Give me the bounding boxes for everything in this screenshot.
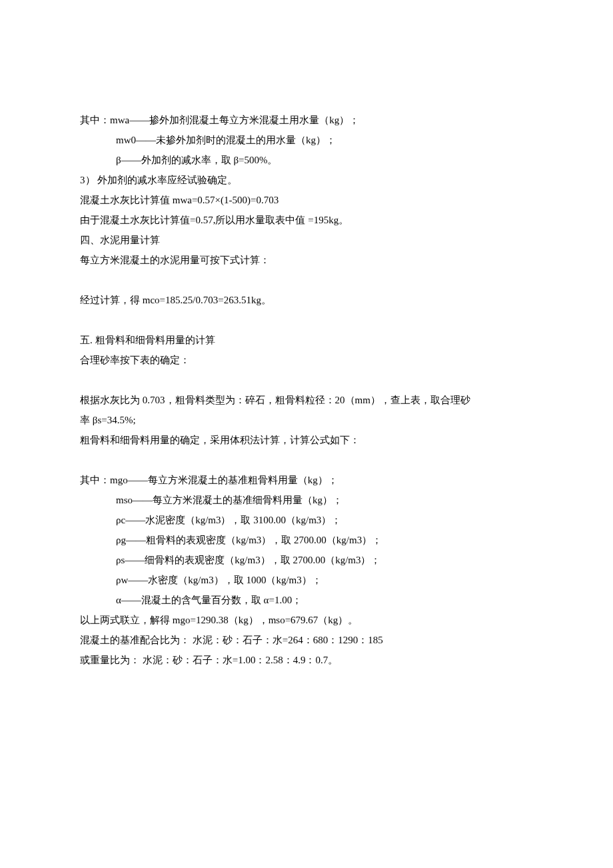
text-line: 粗骨料和细骨料用量的确定，采用体积法计算，计算公式如下： bbox=[80, 430, 533, 450]
section-heading: 四、水泥用量计算 bbox=[80, 230, 533, 250]
text-line: 合理砂率按下表的确定： bbox=[80, 350, 533, 370]
blank-line bbox=[80, 450, 533, 470]
text-line: ρc——水泥密度（kg/m3），取 3100.00（kg/m3）； bbox=[80, 510, 533, 530]
blank-line bbox=[80, 270, 533, 290]
blank-line bbox=[80, 310, 533, 330]
text-line: 混凝土的基准配合比为： 水泥：砂：石子：水=264：680：1290：185 bbox=[80, 630, 533, 650]
text-line: ρw——水密度（kg/m3），取 1000（kg/m3）； bbox=[80, 570, 533, 590]
text-line: ρg——粗骨料的表观密度（kg/m3），取 2700.00（kg/m3）； bbox=[80, 530, 533, 550]
text-line: mw0——未掺外加剂时的混凝土的用水量（kg）； bbox=[80, 130, 533, 150]
text-line: ρs——细骨料的表观密度（kg/m3），取 2700.00（kg/m3）； bbox=[80, 550, 533, 570]
text-line: 每立方米混凝土的水泥用量可按下式计算： bbox=[80, 250, 533, 270]
text-line: 根据水灰比为 0.703，粗骨料类型为：碎石，粗骨料粒径：20（mm），查上表，… bbox=[80, 390, 533, 410]
text-line: 率 βs=34.5%; bbox=[80, 410, 533, 430]
text-line: 3） 外加剂的减水率应经试验确定。 bbox=[80, 170, 533, 190]
text-line: mso——每立方米混凝土的基准细骨料用量（kg）； bbox=[80, 490, 533, 510]
text-line: 经过计算，得 mco=185.25/0.703=263.51kg。 bbox=[80, 290, 533, 310]
text-line: 或重量比为： 水泥：砂：石子：水=1.00：2.58：4.9：0.7。 bbox=[80, 650, 533, 670]
text-line: β——外加剂的减水率，取 β=500%。 bbox=[80, 150, 533, 170]
section-heading: 五. 粗骨料和细骨料用量的计算 bbox=[80, 330, 533, 350]
blank-line bbox=[80, 370, 533, 390]
text-line: 混凝土水灰比计算值 mwa=0.57×(1-500)=0.703 bbox=[80, 190, 533, 210]
text-line: 其中：mwa——掺外加剂混凝土每立方米混凝土用水量（kg）； bbox=[80, 110, 533, 130]
text-line: 其中：mgo——每立方米混凝土的基准粗骨料用量（kg）； bbox=[80, 470, 533, 490]
text-line: α——混凝土的含气量百分数，取 α=1.00； bbox=[80, 590, 533, 610]
text-line: 由于混凝土水灰比计算值=0.57,所以用水量取表中值 =195kg。 bbox=[80, 210, 533, 230]
text-line: 以上两式联立，解得 mgo=1290.38（kg），mso=679.67（kg）… bbox=[80, 610, 533, 630]
